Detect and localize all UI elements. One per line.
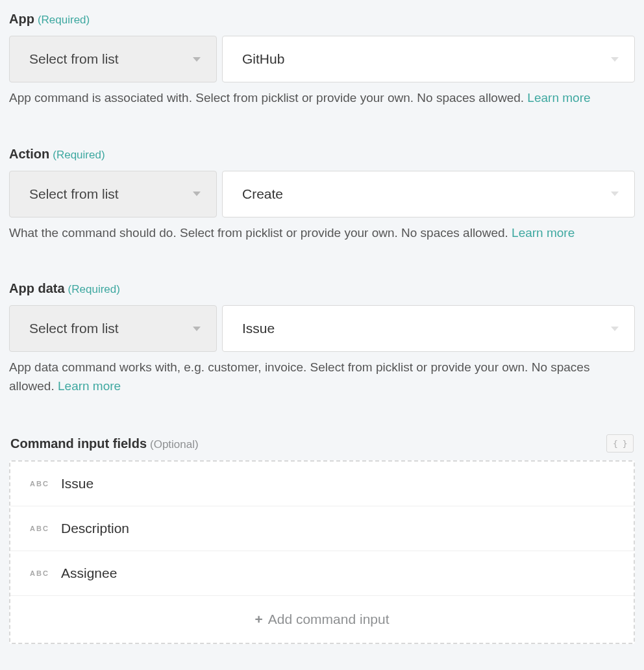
app-data-value-dropdown[interactable]: Issue xyxy=(222,305,635,352)
field-action: Action (Required) Select from list Creat… xyxy=(9,147,635,243)
command-inputs-label-wrap: Command input fields (Optional) xyxy=(10,436,199,451)
command-inputs-optional-badge: (Optional) xyxy=(150,438,199,451)
app-select-mode-label: Select from list xyxy=(29,51,119,67)
code-braces-icon: { } xyxy=(613,439,627,449)
app-help-body: App command is associated with. Select f… xyxy=(9,91,527,105)
field-app-data: App data (Required) Select from list Iss… xyxy=(9,281,635,395)
app-data-help-text: App data command works with, e.g. custom… xyxy=(9,358,635,395)
command-inputs-label: Command input fields xyxy=(10,436,147,451)
app-data-label: App data xyxy=(9,281,65,295)
app-select-mode-dropdown[interactable]: Select from list xyxy=(9,36,217,82)
plus-icon: + xyxy=(254,612,262,627)
action-learn-more-link[interactable]: Learn more xyxy=(512,226,575,240)
action-select-mode-dropdown[interactable]: Select from list xyxy=(9,171,217,217)
input-field-name: Description xyxy=(61,521,129,536)
action-value-text: Create xyxy=(242,186,283,202)
action-value-dropdown[interactable]: Create xyxy=(222,171,635,217)
app-data-required-badge: (Required) xyxy=(68,283,120,295)
action-input-row: Select from list Create xyxy=(9,171,635,217)
caret-down-icon xyxy=(193,192,201,196)
caret-down-icon xyxy=(193,327,201,331)
app-data-label-row: App data (Required) xyxy=(9,281,635,296)
app-value-text: GitHub xyxy=(242,51,284,67)
type-abc-icon: ABC xyxy=(30,569,61,577)
command-inputs-box: ABC Issue ABC Description ABC Assignee +… xyxy=(9,460,635,644)
app-label: App xyxy=(9,12,34,26)
app-label-row: App (Required) xyxy=(9,12,635,27)
add-command-input-label: Add command input xyxy=(268,612,390,627)
caret-down-icon xyxy=(193,57,201,62)
action-required-badge: (Required) xyxy=(53,149,105,161)
field-app: App (Required) Select from list GitHub A… xyxy=(9,12,635,108)
action-label-row: Action (Required) xyxy=(9,147,635,162)
list-item[interactable]: ABC Assignee xyxy=(10,551,634,596)
caret-down-icon xyxy=(611,57,619,62)
type-abc-icon: ABC xyxy=(30,525,61,532)
action-select-mode-label: Select from list xyxy=(29,186,119,202)
list-item[interactable]: ABC Issue xyxy=(10,462,634,506)
app-help-text: App command is associated with. Select f… xyxy=(9,89,635,108)
app-learn-more-link[interactable]: Learn more xyxy=(527,91,590,105)
list-item[interactable]: ABC Description xyxy=(10,506,634,551)
app-data-input-row: Select from list Issue xyxy=(9,305,635,352)
app-required-badge: (Required) xyxy=(38,14,90,26)
input-field-name: Assignee xyxy=(61,565,117,581)
app-data-select-mode-label: Select from list xyxy=(29,321,119,336)
input-field-name: Issue xyxy=(61,476,93,491)
app-input-row: Select from list GitHub xyxy=(9,36,635,82)
field-command-inputs: Command input fields (Optional) { } ABC … xyxy=(9,434,635,644)
caret-down-icon xyxy=(611,192,619,196)
add-command-input-button[interactable]: + Add command input xyxy=(10,596,634,643)
app-data-learn-more-link[interactable]: Learn more xyxy=(58,379,121,393)
caret-down-icon xyxy=(611,327,619,331)
action-help-text: What the command should do. Select from … xyxy=(9,224,635,243)
code-toggle-button[interactable]: { } xyxy=(606,434,634,453)
action-label: Action xyxy=(9,147,49,161)
app-value-dropdown[interactable]: GitHub xyxy=(222,36,635,82)
app-data-value-text: Issue xyxy=(242,321,275,336)
app-data-select-mode-dropdown[interactable]: Select from list xyxy=(9,305,217,352)
action-help-body: What the command should do. Select from … xyxy=(9,226,512,240)
type-abc-icon: ABC xyxy=(30,480,61,488)
command-inputs-header: Command input fields (Optional) { } xyxy=(9,434,635,453)
